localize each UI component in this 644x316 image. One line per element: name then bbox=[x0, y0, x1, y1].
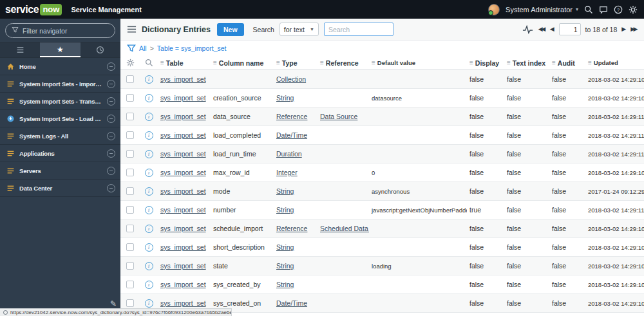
search-type-select[interactable]: for text ▼ bbox=[279, 23, 319, 36]
row-checkbox[interactable] bbox=[126, 187, 134, 195]
last-page-icon[interactable]: ▶▶ bbox=[630, 26, 638, 32]
link-type[interactable]: Reference bbox=[276, 225, 307, 232]
column-menu-icon[interactable]: ≡ bbox=[469, 59, 473, 66]
link-table[interactable]: sys_import_set bbox=[160, 169, 206, 176]
info-icon[interactable]: i bbox=[145, 94, 153, 102]
link-table[interactable]: sys_import_set bbox=[160, 131, 206, 139]
sidebar-item-system-import-sets-import-sets[interactable]: System Import Sets - Import Sets bbox=[0, 75, 120, 93]
link-table[interactable]: sys_import_set bbox=[160, 94, 206, 102]
link-type[interactable]: Date/Time bbox=[276, 299, 307, 307]
search-input[interactable] bbox=[324, 23, 393, 36]
link-table[interactable]: sys_import_set bbox=[160, 187, 206, 195]
column-header-type[interactable]: ≡Type bbox=[274, 59, 317, 67]
column-menu-icon[interactable]: ≡ bbox=[588, 59, 592, 66]
page-number-input[interactable] bbox=[559, 23, 581, 35]
column-menu-icon[interactable]: ≡ bbox=[320, 59, 324, 66]
row-checkbox[interactable] bbox=[126, 169, 134, 176]
info-icon[interactable]: i bbox=[145, 206, 153, 214]
link-type[interactable]: String bbox=[276, 206, 294, 214]
info-icon[interactable]: i bbox=[145, 187, 153, 196]
link-type[interactable]: String bbox=[276, 243, 294, 251]
link-table[interactable]: sys_import_set bbox=[160, 243, 206, 251]
row-checkbox[interactable] bbox=[126, 150, 134, 158]
link-type[interactable]: String bbox=[276, 187, 294, 195]
link-table[interactable]: sys_import_set bbox=[160, 206, 206, 214]
info-icon[interactable]: i bbox=[145, 113, 153, 121]
user-menu[interactable]: System Administrator bbox=[506, 6, 573, 14]
column-header-audit[interactable]: ≡Audit bbox=[549, 59, 585, 67]
tab-history[interactable] bbox=[80, 42, 120, 57]
link-type[interactable]: String bbox=[276, 281, 294, 288]
link-type[interactable]: Collection bbox=[276, 75, 306, 83]
collapse-minus-icon[interactable] bbox=[107, 184, 115, 192]
new-button[interactable]: New bbox=[217, 23, 244, 36]
column-menu-icon[interactable]: ≡ bbox=[160, 59, 164, 66]
row-checkbox[interactable] bbox=[126, 75, 134, 83]
link-type[interactable]: Date/Time bbox=[276, 131, 307, 139]
next-page-icon[interactable]: ▶ bbox=[621, 26, 626, 32]
info-icon[interactable]: i bbox=[145, 75, 153, 84]
row-checkbox[interactable] bbox=[126, 131, 134, 139]
column-header-text_index[interactable]: ≡Text index bbox=[504, 59, 549, 67]
info-icon[interactable]: i bbox=[145, 150, 153, 158]
sidebar-item-system-import-sets-transform[interactable]: System Import Sets - Transform... bbox=[0, 93, 120, 110]
link-type[interactable]: Duration bbox=[276, 150, 302, 158]
info-icon[interactable]: i bbox=[145, 262, 153, 270]
collapse-minus-icon[interactable] bbox=[107, 80, 115, 88]
info-icon[interactable]: i bbox=[145, 169, 153, 177]
info-icon[interactable]: i bbox=[145, 131, 153, 140]
column-header-display[interactable]: ≡Display bbox=[467, 59, 504, 67]
gear-icon[interactable] bbox=[629, 5, 638, 14]
chevron-down-icon[interactable]: ▾ bbox=[576, 6, 578, 12]
filter-navigator-input[interactable] bbox=[23, 27, 106, 35]
column-header-default_value[interactable]: ≡Default value bbox=[369, 59, 467, 66]
breadcrumb-all[interactable]: All bbox=[139, 44, 147, 52]
row-checkbox[interactable] bbox=[126, 281, 134, 288]
link-table[interactable]: sys_import_set bbox=[160, 281, 206, 288]
column-header-table[interactable]: ≡Table bbox=[158, 59, 211, 67]
collapse-minus-icon[interactable] bbox=[107, 132, 115, 140]
column-menu-icon[interactable]: ≡ bbox=[276, 59, 280, 66]
info-icon[interactable]: i bbox=[145, 225, 153, 233]
row-checkbox[interactable] bbox=[126, 243, 134, 251]
link-reference[interactable]: Data Source bbox=[320, 113, 357, 120]
link-type[interactable]: Integer bbox=[276, 169, 298, 176]
row-checkbox[interactable] bbox=[126, 94, 134, 102]
collapse-minus-icon[interactable] bbox=[107, 149, 115, 158]
link-table[interactable]: sys_import_set bbox=[160, 262, 206, 270]
column-header-reference[interactable]: ≡Reference bbox=[317, 59, 369, 67]
row-checkbox[interactable] bbox=[126, 225, 134, 232]
column-menu-icon[interactable]: ≡ bbox=[372, 59, 375, 66]
collapse-minus-icon[interactable] bbox=[107, 97, 115, 106]
column-menu-icon[interactable]: ≡ bbox=[552, 59, 556, 66]
info-icon[interactable]: i bbox=[145, 281, 153, 289]
edit-favorites-pencil-icon[interactable]: ✎ bbox=[110, 299, 117, 308]
link-reference[interactable]: Scheduled Data Import bbox=[320, 225, 369, 232]
tab-all-applications[interactable] bbox=[0, 42, 40, 57]
tab-favorites[interactable]: ★ bbox=[40, 42, 80, 57]
info-icon[interactable]: i bbox=[145, 299, 153, 308]
sidebar-item-applications[interactable]: Applications bbox=[0, 145, 120, 162]
row-checkbox[interactable] bbox=[126, 113, 134, 120]
column-header-column_name[interactable]: ≡Column name bbox=[211, 59, 274, 67]
link-table[interactable]: sys_import_set bbox=[160, 150, 206, 158]
funnel-icon[interactable] bbox=[127, 44, 136, 53]
prev-page-icon[interactable]: ◀ bbox=[550, 26, 554, 32]
column-menu-icon[interactable]: ≡ bbox=[507, 59, 511, 66]
sidebar-item-servers[interactable]: Servers bbox=[0, 162, 120, 180]
chat-icon[interactable] bbox=[599, 5, 608, 14]
sidebar-item-home[interactable]: Home bbox=[0, 58, 120, 75]
row-checkbox[interactable] bbox=[126, 262, 134, 270]
list-search-icon[interactable] bbox=[140, 59, 158, 67]
activity-stream-icon[interactable] bbox=[522, 25, 533, 34]
filter-navigator-box[interactable] bbox=[5, 23, 115, 38]
link-table[interactable]: sys_import_set bbox=[160, 299, 206, 307]
avatar[interactable] bbox=[488, 4, 500, 15]
row-checkbox[interactable] bbox=[126, 206, 134, 214]
link-table[interactable]: sys_import_set bbox=[160, 225, 206, 232]
column-header-updated[interactable]: ≡Updated bbox=[585, 59, 644, 66]
help-icon[interactable]: ? bbox=[614, 5, 623, 14]
info-icon[interactable]: i bbox=[145, 243, 153, 252]
personalize-gear-icon[interactable] bbox=[120, 59, 140, 67]
row-checkbox[interactable] bbox=[126, 299, 134, 307]
